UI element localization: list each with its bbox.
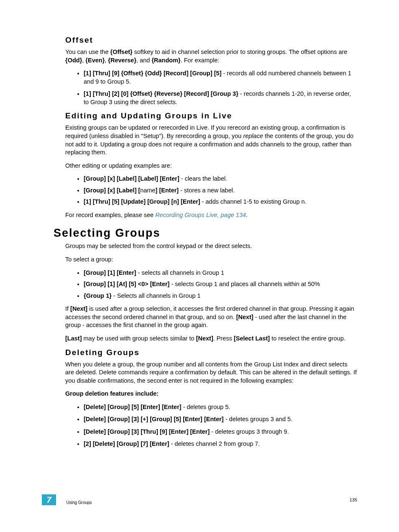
heading-editing: Editing and Updating Groups in Live — [65, 111, 357, 120]
heading-offset: Offset — [65, 36, 357, 45]
text-italic: replace — [243, 133, 263, 139]
text-bold: [Next] — [236, 314, 253, 320]
page-footer: 7 Using Groups 135 — [42, 494, 357, 506]
text: - clears the label. — [179, 175, 227, 182]
text: - deletes groups 3 through 9. — [210, 428, 289, 435]
text-bold: {Offset} — [110, 49, 133, 55]
heading-selecting-groups: Selecting Groups — [54, 227, 357, 240]
text-bold: [Next] — [70, 305, 87, 312]
list-item: [Delete] [Group] [3] [Thru] [9] [Enter] … — [84, 428, 357, 436]
list-item: [2] [Delete] [Group] [7] [Enter] - delet… — [84, 440, 357, 448]
chapter-number-box: 7 — [42, 494, 56, 505]
text: may be used with group selects similar t… — [82, 335, 196, 342]
text: . — [246, 212, 248, 218]
text: . Press — [213, 335, 234, 342]
text-bold: [Delete] [Group] [3] [Thru] [9] [Enter] … — [84, 428, 210, 435]
list-item: [Group] [1] [Enter] - selects all channe… — [84, 269, 357, 277]
text-bold: [Next] — [196, 335, 213, 342]
text: - stores a new label. — [179, 187, 235, 194]
text-bold: [1] [Thru] [5] [Update] [Group] [n] [Ent… — [84, 198, 200, 205]
list: [Delete] [Group] [5] [Enter] [Enter] - d… — [65, 403, 357, 448]
paragraph: [Last] may be used with group selects si… — [65, 335, 357, 343]
text-bold: [1] [Thru] [2] [0] {Offset} {Reverse} [R… — [84, 90, 238, 97]
link-recording-groups[interactable]: Recording Groups Live, page 134 — [155, 212, 246, 218]
list-item: {Group 1} - Selects all channels in Grou… — [84, 292, 357, 300]
text: - Selects all channels in Group 1 — [112, 292, 201, 299]
text: - deletes group 5. — [182, 404, 230, 410]
paragraph: Other editing or updating examples are: — [65, 162, 357, 170]
text: - deletes channel 2 from group 7. — [169, 440, 260, 447]
list: [1] [Thru] [9] {Offset} {Odd} [Record] [… — [65, 69, 357, 106]
list-item: [Group] [x] [Label] [Label] [Enter] - cl… — [84, 175, 357, 183]
chapter-label: Using Groups — [66, 500, 92, 505]
text-bold: [2] [Delete] [Group] [7] [Enter] — [84, 440, 169, 447]
text-bold: {Reverse} — [108, 57, 136, 64]
paragraph: For record examples, please see Recordin… — [65, 211, 357, 220]
list-item: [Delete] [Group] [5] [Enter] [Enter] - d… — [84, 403, 357, 412]
paragraph: Existing groups can be updated or rereco… — [65, 124, 357, 156]
text-bold: [Group] [1] [Enter] — [84, 269, 136, 276]
text-bold: [Delete] [Group] [5] [Enter] [Enter] — [84, 404, 182, 410]
list-item: [1] [Thru] [9] {Offset} {Odd} [Record] [… — [84, 69, 357, 86]
text-bold: ] [Enter] — [156, 187, 179, 194]
text-bold: {Random} — [151, 57, 180, 64]
paragraph: Groups may be selected from the control … — [65, 242, 357, 251]
text-bold: [Select Last] — [234, 335, 270, 342]
text: . For example: — [181, 57, 220, 64]
text-bold: [Group] [x] [Label] [ — [84, 187, 140, 194]
text-bold: [1] [Thru] [9] {Offset} {Odd} [Record] [… — [84, 70, 221, 77]
text-bold: {Odd} — [65, 57, 82, 64]
text: If — [65, 305, 70, 312]
page-number: 135 — [350, 494, 357, 505]
text-bold: [Last] — [65, 335, 82, 342]
text: softkey to aid in channel selection prio… — [133, 49, 348, 55]
document-page: Offset You can use the {Offset} softkey … — [0, 0, 399, 532]
list-item: [Group] [1] [At] [5] <0> [Enter] - selec… — [84, 280, 357, 289]
text-bold: {Group 1} — [84, 292, 112, 299]
text-bold: [Group] [x] [Label] [Label] [Enter] — [84, 175, 179, 182]
list-item: [Group] [x] [Label] [name] [Enter] - sto… — [84, 187, 357, 195]
list: [Group] [x] [Label] [Label] [Enter] - cl… — [65, 175, 357, 206]
text: You can use the — [65, 49, 110, 55]
text: name — [140, 187, 155, 194]
text: - adds channel 1-5 to existing Group n. — [200, 198, 307, 205]
paragraph: You can use the {Offset} softkey to aid … — [65, 48, 357, 64]
text-bold: {Even} — [85, 57, 105, 64]
text: to reselect the entire group. — [270, 335, 345, 342]
list: [Group] [1] [Enter] - selects all channe… — [65, 269, 357, 300]
text: , and — [136, 57, 151, 64]
list-item: [1] [Thru] [5] [Update] [Group] [n] [Ent… — [84, 198, 357, 206]
text-bold: [Delete] [Group] [3] [+] [Group] [5] [En… — [84, 416, 224, 422]
text: - selects Group 1 and places all channel… — [169, 281, 320, 287]
heading-deleting-groups: Deleting Groups — [65, 348, 357, 357]
paragraph: If [Next] is used after a group selectio… — [65, 305, 357, 330]
list-item: [Delete] [Group] [3] [+] [Group] [5] [En… — [84, 415, 357, 424]
list-item: [1] [Thru] [2] [0] {Offset} {Reverse} [R… — [84, 90, 357, 106]
text: - selects all channels in Group 1 — [136, 269, 224, 276]
paragraph: To select a group: — [65, 256, 357, 264]
paragraph: When you delete a group, the group numbe… — [65, 361, 357, 385]
text: For record examples, please see — [65, 212, 155, 218]
paragraph-bold: Group deletion features include: — [65, 390, 357, 398]
text-bold: [Group] [1] [At] [5] <0> [Enter] — [84, 281, 169, 287]
text: - deletes groups 3 and 5. — [224, 416, 292, 422]
